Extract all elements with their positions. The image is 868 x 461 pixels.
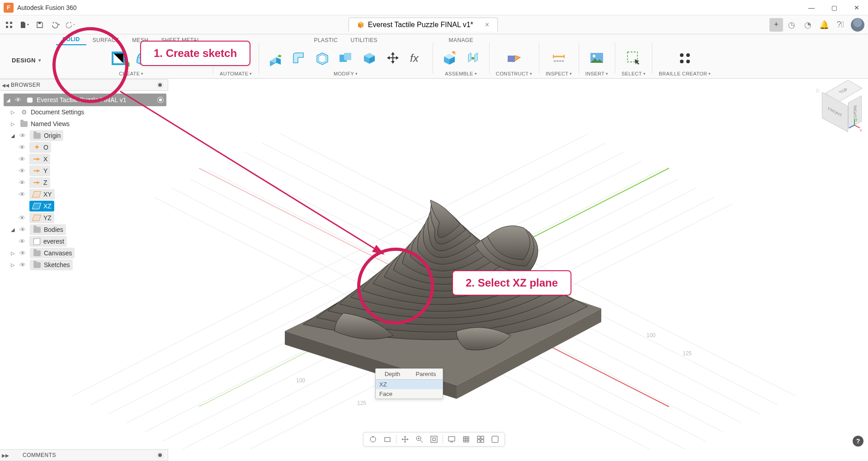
svg-point-19 (680, 53, 684, 57)
window-close-button[interactable]: ✕ (845, 0, 868, 15)
ribbon-group-braille[interactable]: BRAILLE CREATOR (659, 70, 711, 78)
ribbon-group-assemble[interactable]: ASSEMBLE (445, 70, 477, 78)
shell-button[interactable] (312, 48, 332, 68)
svg-rect-60 (481, 440, 484, 442)
fillet-button[interactable] (289, 48, 309, 68)
browser-body-everest[interactable]: 👁everest (4, 235, 166, 247)
tooltip-col-parents[interactable]: Parents (409, 369, 443, 380)
document-tab[interactable]: Everest Tactile Puzzle FINAL v1* × (349, 18, 498, 32)
svg-rect-62 (27, 98, 33, 103)
viewports-button[interactable] (474, 433, 487, 445)
job-status-icon[interactable]: ◔ (800, 17, 816, 33)
workspace-switcher[interactable]: DESIGN (2, 34, 52, 78)
window-maximize-button[interactable]: ▢ (823, 0, 845, 15)
notifications-icon[interactable]: 🔔 (816, 17, 832, 33)
browser-origin-x[interactable]: 👁X (4, 153, 166, 165)
construct-plane-button[interactable] (504, 48, 524, 68)
viewcube[interactable]: ⌂ TOP FRONT RIGHT x y (817, 88, 859, 130)
browser-origin-xz[interactable]: 👁XZ (4, 200, 166, 212)
svg-rect-55 (448, 437, 455, 441)
svg-rect-59 (477, 440, 480, 442)
ribbon-group-automate[interactable]: AUTOMATE (220, 70, 252, 78)
selection-tooltip[interactable]: Depth Parents XZ Face (375, 368, 443, 399)
annotation-callout-1: 1. Create sketch (140, 41, 250, 66)
svg-text:fx: fx (410, 52, 419, 64)
browser-collapse-button[interactable]: ◂◂ (0, 81, 11, 89)
ribbon-tab-plastic[interactable]: PLASTIC (308, 35, 344, 45)
ribbon-group-inspect[interactable]: INSPECT (546, 70, 572, 78)
insert-button[interactable] (587, 48, 607, 68)
svg-text:y: y (855, 118, 858, 122)
browser-origin-o[interactable]: 👁✦O (4, 141, 166, 153)
measure-button[interactable] (549, 48, 569, 68)
redo-button[interactable]: ▾ (64, 19, 77, 31)
combine-button[interactable] (336, 48, 356, 68)
browser-options-button[interactable] (157, 82, 163, 88)
activate-radio[interactable] (157, 97, 164, 103)
ribbon-group-select[interactable]: SELECT (622, 70, 646, 78)
ribbon-group-construct[interactable]: CONSTRUCT (496, 70, 533, 78)
svg-rect-50 (385, 437, 390, 442)
pan-button[interactable] (398, 433, 412, 445)
quick-access-bar: ▾ ▾ ▾ Everest Tactile Puzzle FINAL v1* ×… (0, 15, 868, 34)
browser-origin-yz[interactable]: 👁YZ (4, 212, 166, 224)
svg-rect-2 (6, 26, 8, 28)
tooltip-row-xz[interactable]: XZ (376, 380, 443, 389)
grid-tick: 125 (357, 400, 366, 406)
terrain-model[interactable] (231, 118, 637, 399)
browser-origin-y[interactable]: 👁Y (4, 165, 166, 177)
browser-doc-settings[interactable]: ▷ ⚙ Document Settings (4, 106, 166, 118)
svg-line-52 (420, 440, 423, 442)
home-icon[interactable]: ⌂ (816, 86, 819, 94)
braille-creator-button[interactable] (675, 48, 695, 68)
offset-face-button[interactable] (359, 48, 379, 68)
browser-origin[interactable]: ◢ 👁 Origin (4, 130, 166, 141)
browser-named-views[interactable]: ▷ Named Views (4, 118, 166, 130)
help-badge[interactable]: ? (853, 436, 863, 447)
press-pull-button[interactable] (265, 48, 285, 68)
file-menu-button[interactable]: ▾ (18, 19, 31, 31)
comments-options-button[interactable] (157, 452, 163, 458)
grid-tick: 125 (683, 350, 692, 357)
parameters-button[interactable]: fx (406, 48, 426, 68)
extensions-icon[interactable]: ◷ (784, 17, 799, 33)
annotation-circle-1 (52, 27, 128, 103)
data-panel-button[interactable] (3, 19, 15, 31)
new-design-button[interactable]: + (769, 18, 783, 32)
undo-button[interactable]: ▾ (49, 19, 61, 31)
fullscreen-button[interactable] (488, 433, 502, 445)
browser-origin-xy[interactable]: 👁XY (4, 188, 166, 200)
cube-icon (357, 21, 364, 28)
look-at-button[interactable] (381, 433, 394, 445)
body-icon (33, 238, 40, 245)
ribbon-group-insert[interactable]: INSERT (585, 70, 609, 78)
ribbon-group-modify[interactable]: MODIFY (334, 70, 358, 78)
window-minimize-button[interactable]: — (800, 0, 823, 15)
browser-canvases[interactable]: ▷👁 Canvases (4, 247, 166, 259)
select-button[interactable] (624, 48, 644, 68)
ribbon-tab-utilities[interactable]: UTILITIES (344, 35, 384, 45)
orbit-button[interactable] (366, 433, 380, 445)
close-tab-icon[interactable]: × (485, 21, 489, 29)
grid-settings-button[interactable] (459, 433, 473, 445)
display-settings-button[interactable] (445, 433, 458, 445)
svg-rect-53 (431, 436, 437, 442)
tooltip-row-face[interactable]: Face (376, 389, 443, 399)
browser-panel: ◂◂ BROWSER ◢👁 Everest Tactile Puzzle FIN… (0, 79, 168, 273)
zoom-button[interactable] (413, 433, 426, 445)
ribbon-tab-manage[interactable]: MANAGE (443, 35, 480, 45)
joint-button[interactable] (463, 48, 483, 68)
move-copy-button[interactable] (383, 48, 403, 68)
tooltip-col-depth[interactable]: Depth (376, 369, 409, 380)
fit-button[interactable] (427, 433, 441, 445)
browser-bodies[interactable]: ◢👁 Bodies (4, 224, 166, 235)
new-component-button[interactable] (439, 48, 459, 68)
user-avatar[interactable] (851, 18, 864, 32)
comments-panel-header[interactable]: ▸▸ COMMENTS (0, 449, 168, 461)
help-icon[interactable]: ?⃝ (833, 17, 848, 33)
svg-rect-54 (433, 438, 435, 441)
browser-sketches[interactable]: ▷👁 Sketches (4, 259, 166, 271)
visibility-icon[interactable]: 👁 (19, 132, 28, 139)
save-button[interactable] (33, 19, 46, 31)
browser-origin-z[interactable]: 👁Z (4, 177, 166, 188)
